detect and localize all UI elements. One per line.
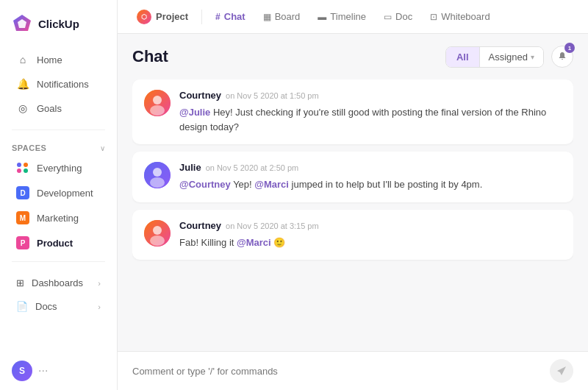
sidebar-item-everything[interactable]: Everything xyxy=(4,156,112,180)
filter-assigned-button[interactable]: Assigned ▾ xyxy=(479,47,543,67)
sidebar-item-home-label: Home xyxy=(37,54,62,65)
message-2-mention2: @Marci xyxy=(254,179,289,190)
tab-whiteboard-label: Whiteboard xyxy=(441,11,490,22)
nav-divider xyxy=(201,10,202,24)
marketing-dot: M xyxy=(16,211,29,224)
sidebar-bottom: ⊞ Dashboards › 📄 Docs › xyxy=(0,268,117,322)
project-tab[interactable]: ⬡ Project xyxy=(129,5,196,29)
tab-timeline-label: Timeline xyxy=(330,11,366,22)
courtney-avatar-1 xyxy=(144,90,171,116)
footer-dots[interactable]: ··· xyxy=(38,364,48,377)
svg-point-3 xyxy=(153,96,162,104)
message-3-content: Courtney on Nov 5 2020 at 3:15 pm Fab! K… xyxy=(179,220,562,250)
bell-icon: 🔔 xyxy=(16,78,29,90)
sidebar-nav: ⌂ Home 🔔 Notifications ◎ Goals xyxy=(0,44,117,124)
messages-area: Courtney on Nov 5 2020 at 1:50 pm @Julie… xyxy=(132,79,573,348)
message-3-mention: @Marci xyxy=(237,237,271,248)
notification-button[interactable]: 1 xyxy=(551,46,573,68)
message-1-text: @Julie Hey! Just checking if you're stil… xyxy=(179,105,562,134)
logo-area: ClickUp xyxy=(0,0,117,44)
chat-title: Chat xyxy=(132,47,168,66)
sidebar-item-development[interactable]: D Development xyxy=(4,181,112,205)
chat-header: Chat All Assigned ▾ 1 xyxy=(132,46,573,68)
sidebar-item-goals-label: Goals xyxy=(37,103,62,114)
whiteboard-tab-icon: ⊡ xyxy=(430,12,437,22)
sidebar-item-marketing[interactable]: M Marketing xyxy=(4,206,112,230)
message-3-header: Courtney on Nov 5 2020 at 3:15 pm xyxy=(179,220,562,231)
message-3-emoji: 🙂 xyxy=(271,237,286,248)
chat-header-right: All Assigned ▾ 1 xyxy=(445,46,573,68)
sidebar-item-goals[interactable]: ◎ Goals xyxy=(4,96,112,120)
divider-1 xyxy=(12,130,105,130)
board-tab-icon: ▦ xyxy=(263,12,271,22)
sidebar-item-home[interactable]: ⌂ Home xyxy=(4,48,112,71)
assigned-label: Assigned xyxy=(489,52,528,63)
tab-whiteboard[interactable]: ⊡ Whiteboard xyxy=(423,7,497,26)
sidebar-item-docs-label: Docs xyxy=(35,301,57,312)
sidebar-item-marketing-label: Marketing xyxy=(37,213,79,224)
tab-board[interactable]: ▦ Board xyxy=(256,7,308,26)
home-icon: ⌂ xyxy=(16,54,29,65)
message-3-author: Courtney xyxy=(179,220,221,231)
send-button[interactable] xyxy=(550,359,573,383)
filter-group: All Assigned ▾ xyxy=(445,46,544,68)
message-1-header: Courtney on Nov 5 2020 at 1:50 pm xyxy=(179,90,562,101)
message-1-time: on Nov 5 2020 at 1:50 pm xyxy=(226,91,319,100)
doc-tab-icon: ▭ xyxy=(384,12,392,22)
sidebar-item-notifications-label: Notifications xyxy=(37,79,89,90)
sidebar-item-product[interactable]: P Product xyxy=(4,231,112,255)
notification-badge: 1 xyxy=(564,43,575,53)
sidebar-item-docs[interactable]: 📄 Docs › xyxy=(4,295,112,318)
message-2-header: Julie on Nov 5 2020 at 2:50 pm xyxy=(179,162,562,173)
message-1-content: Courtney on Nov 5 2020 at 1:50 pm @Julie… xyxy=(179,90,562,134)
message-2-text: @Courtney Yep! @Marci jumped in to help … xyxy=(179,177,562,192)
message-2-mention1: @Courtney xyxy=(179,179,231,190)
julie-avatar xyxy=(144,162,171,188)
message-1-body: Hey! Just checking if you're still good … xyxy=(179,107,546,132)
message-3: Courtney on Nov 5 2020 at 3:15 pm Fab! K… xyxy=(132,210,573,260)
dashboards-icon: ⊞ xyxy=(16,277,24,288)
comment-input[interactable] xyxy=(132,366,550,377)
message-1-mention: @Julie xyxy=(179,107,210,118)
svg-point-7 xyxy=(150,177,165,188)
sidebar-item-dashboards[interactable]: ⊞ Dashboards › xyxy=(4,272,112,294)
tab-doc-label: Doc xyxy=(395,11,412,22)
sidebar-item-development-label: Development xyxy=(37,188,93,199)
assigned-chevron-icon: ▾ xyxy=(531,53,534,61)
comment-input-area xyxy=(118,351,588,390)
user-avatar[interactable]: S xyxy=(12,361,32,381)
spaces-chevron-icon: ∨ xyxy=(100,144,106,152)
sidebar-item-product-label: Product xyxy=(37,238,73,249)
goals-icon: ◎ xyxy=(16,102,29,114)
tab-chat-label: Chat xyxy=(224,11,245,22)
message-2: Julie on Nov 5 2020 at 2:50 pm @Courtney… xyxy=(132,152,573,202)
tab-chat[interactable]: # Chat xyxy=(208,7,253,26)
sidebar: ClickUp ⌂ Home 🔔 Notifications ◎ Goals S… xyxy=(0,0,118,390)
docs-icon: 📄 xyxy=(16,301,28,312)
docs-chevron-icon: › xyxy=(98,302,101,311)
sidebar-item-notifications[interactable]: 🔔 Notifications xyxy=(4,72,112,96)
logo-text: ClickUp xyxy=(38,18,79,30)
project-icon: ⬡ xyxy=(137,10,151,24)
filter-all-button[interactable]: All xyxy=(446,47,479,67)
sidebar-item-dashboards-label: Dashboards xyxy=(32,277,83,288)
chat-container: Chat All Assigned ▾ 1 xyxy=(118,34,588,348)
tab-board-label: Board xyxy=(275,11,301,22)
message-2-body1: Yep! xyxy=(231,179,255,190)
divider-2 xyxy=(12,261,105,262)
clickup-logo-icon xyxy=(12,13,32,34)
tab-doc[interactable]: ▭ Doc xyxy=(376,7,420,26)
message-2-content: Julie on Nov 5 2020 at 2:50 pm @Courtney… xyxy=(179,162,562,192)
project-label: Project xyxy=(156,11,188,22)
message-2-time: on Nov 5 2020 at 2:50 pm xyxy=(206,163,299,172)
dashboards-chevron-icon: › xyxy=(98,279,101,288)
message-1: Courtney on Nov 5 2020 at 1:50 pm @Julie… xyxy=(132,79,573,144)
tab-timeline[interactable]: ▬ Timeline xyxy=(310,7,373,26)
svg-point-4 xyxy=(150,105,165,116)
message-2-body2: jumped in to help but I'll be posting it… xyxy=(289,179,482,190)
spaces-label: Spaces xyxy=(12,143,46,152)
timeline-tab-icon: ▬ xyxy=(318,12,326,22)
everything-icon xyxy=(16,161,29,174)
product-dot: P xyxy=(16,236,29,249)
spaces-section-header: Spaces ∨ xyxy=(0,136,117,155)
